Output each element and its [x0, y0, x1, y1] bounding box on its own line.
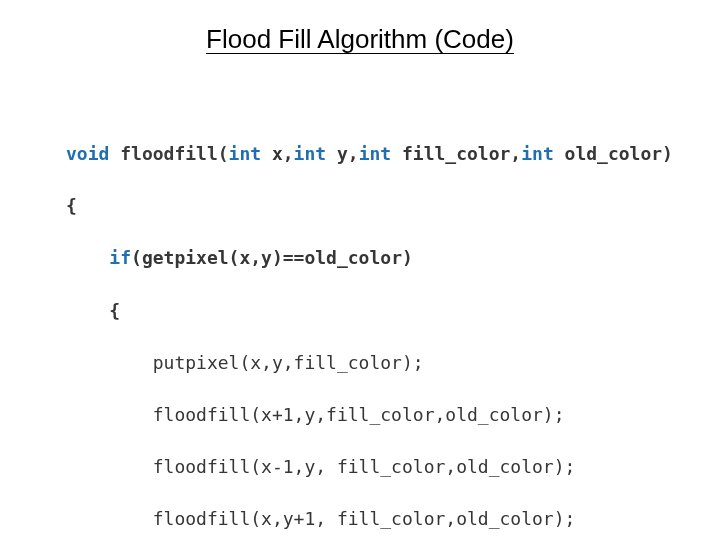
code-line-5: putpixel(x,y,fill_color);	[66, 350, 673, 376]
code-line-6: floodfill(x+1,y,fill_color,old_color);	[66, 402, 673, 428]
code-line-4: {	[66, 298, 673, 324]
code-block: void floodfill(int x,int y,int fill_colo…	[66, 115, 673, 540]
param-oldcolor: old_color)	[554, 143, 673, 164]
code-line-8: floodfill(x,y+1, fill_color,old_color);	[66, 506, 673, 532]
param-y: y,	[326, 143, 359, 164]
keyword-int-4: int	[521, 143, 554, 164]
code-line-3: if(getpixel(x,y)==old_color)	[66, 245, 673, 271]
param-fillcolor: fill_color,	[391, 143, 521, 164]
brace-open-inner: {	[109, 300, 120, 321]
stmt-floodfill-left: floodfill(x-1,y, fill_color,old_color);	[153, 456, 576, 477]
stmt-floodfill-down: floodfill(x,y+1, fill_color,old_color);	[153, 508, 576, 529]
stmt-putpixel: putpixel(x,y,fill_color);	[153, 352, 424, 373]
if-condition: (getpixel(x,y)==old_color)	[131, 247, 413, 268]
keyword-int-1: int	[229, 143, 262, 164]
slide-title: Flood Fill Algorithm (Code)	[0, 24, 720, 55]
keyword-int-2: int	[294, 143, 327, 164]
code-line-7: floodfill(x-1,y, fill_color,old_color);	[66, 454, 673, 480]
stmt-floodfill-right: floodfill(x+1,y,fill_color,old_color);	[153, 404, 565, 425]
keyword-int-3: int	[359, 143, 392, 164]
keyword-void: void	[66, 143, 109, 164]
param-x: x,	[261, 143, 294, 164]
keyword-if: if	[109, 247, 131, 268]
function-name: floodfill(	[120, 143, 228, 164]
code-line-1: void floodfill(int x,int y,int fill_colo…	[66, 141, 673, 167]
slide-title-text: Flood Fill Algorithm (Code)	[206, 26, 514, 54]
code-line-2: {	[66, 193, 673, 219]
